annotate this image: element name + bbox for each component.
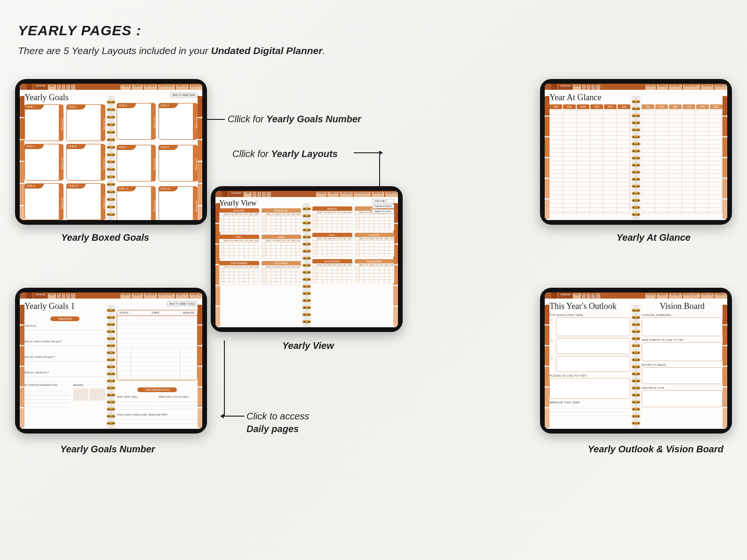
steps-table[interactable]: STATUS STEPS DEADLINE — [117, 310, 198, 380]
tab-projects[interactable]: PROJECTS — [715, 293, 727, 299]
tab-fitness[interactable]: FITNESS — [120, 293, 131, 299]
tab-fitness[interactable]: FITNESS — [316, 192, 327, 197]
tab-finance[interactable]: FINANCE — [132, 293, 143, 299]
goal-box-2[interactable] — [556, 338, 630, 354]
goal-box[interactable]: GOAL 12GO TO GOAL — [159, 186, 198, 220]
glance-month-header[interactable]: MAY — [604, 104, 617, 109]
tab-wellness[interactable]: WELLNESS — [669, 293, 682, 299]
tab-productivity[interactable]: PRODUCTIVITY — [683, 85, 700, 90]
tab-fitness[interactable]: FITNESS — [120, 85, 131, 90]
month-header[interactable]: DECEMBER — [355, 259, 395, 263]
tab-productivity[interactable]: PRODUCTIVITY — [158, 293, 175, 299]
reward-box[interactable] — [90, 388, 105, 401]
glance-month-header[interactable]: JAN — [549, 104, 562, 109]
places-box[interactable] — [549, 378, 630, 399]
home-icon[interactable] — [26, 292, 32, 299]
mini-month[interactable]: MAYMONTUEWEDTHUFRISATSUN — [219, 235, 259, 259]
looking-box[interactable] — [642, 317, 723, 336]
goal-box[interactable]: GOAL 2GO TO GOAL — [66, 104, 105, 141]
tab-q3[interactable]: 3 — [262, 192, 266, 197]
mini-month[interactable]: JANUARYMONTUEWEDTHUFRISATSUN — [219, 208, 259, 232]
go-to-goal-tab[interactable]: GO TO GOAL — [193, 145, 198, 181]
tab-productivity[interactable]: PRODUCTIVITY — [158, 85, 175, 90]
goal-box[interactable]: GOAL 1GO TO GOAL — [24, 104, 64, 141]
books-box[interactable] — [642, 367, 723, 384]
tab-projects[interactable]: PROJECTS — [190, 293, 202, 299]
tab-q4[interactable]: 4 — [71, 293, 75, 299]
month-header[interactable]: OCTOBER — [262, 261, 302, 265]
tab-q1[interactable]: 1 — [57, 85, 61, 90]
month-header[interactable]: JULY — [312, 233, 352, 237]
home-icon[interactable] — [551, 292, 557, 299]
tab-q3[interactable]: 3 — [591, 85, 595, 90]
top-tabs[interactable]: CALENDAR YEAR 1 2 3 4 FITNESS FINANCE WE… — [20, 84, 202, 90]
tab-wellness[interactable]: WELLNESS — [340, 192, 353, 197]
mini-month[interactable]: AUGUSTMONTUEWEDTHUFRISATSUN — [355, 233, 395, 257]
go-to-goal-tab[interactable]: GO TO GOAL — [193, 103, 198, 140]
glance-month-header[interactable]: NOV — [696, 104, 709, 109]
tab-q3[interactable]: 3 — [66, 293, 70, 299]
tab-projects[interactable]: PROJECTS — [715, 85, 727, 90]
tab-calendar[interactable]: CALENDAR — [34, 293, 47, 299]
go-to-goal-tab[interactable]: GO TO GOAL — [101, 183, 105, 220]
goal-box[interactable]: GOAL 7GO TO GOAL — [117, 145, 156, 181]
glance-month-header[interactable]: FEB — [563, 104, 576, 109]
month-header[interactable]: AUGUST — [355, 233, 395, 237]
glance-month-header[interactable]: SEP — [669, 104, 682, 109]
tab-wellness[interactable]: WELLNESS — [144, 293, 157, 299]
tab-calendar[interactable]: CALENDAR — [230, 192, 243, 197]
go-to-goal-tab[interactable]: GO TO GOAL — [193, 186, 198, 220]
goal-box[interactable]: GOAL 3GO TO GOAL — [117, 103, 156, 140]
tab-q1[interactable]: 1 — [253, 192, 256, 197]
mini-month[interactable]: JUNEMONTUEWEDTHUFRISATSUN — [262, 235, 302, 259]
go-to-goal-tab[interactable]: GO TO GOAL — [151, 145, 156, 181]
tab-q4[interactable]: 4 — [71, 85, 75, 90]
tab-q2[interactable]: 2 — [62, 85, 65, 90]
mini-month[interactable]: SEPTEMBERMONTUEWEDTHUFRISATSUN — [219, 261, 259, 285]
tab-fitness[interactable]: FITNESS — [645, 293, 656, 299]
tab-q3[interactable]: 3 — [66, 85, 70, 90]
goal-box[interactable]: GOAL 8GO TO GOAL — [159, 145, 198, 181]
improve-lines[interactable] — [549, 405, 630, 417]
go-to-goal-tab[interactable]: GO TO GOAL — [151, 103, 156, 140]
go-to-goal-tab[interactable]: GO TO GOAL — [101, 104, 105, 141]
goal-box-3[interactable] — [556, 356, 630, 372]
goal-box-1[interactable] — [556, 317, 630, 336]
mini-month[interactable]: JULYMONTUEWEDTHUFRISATSUN — [312, 233, 352, 257]
goal-box[interactable]: GOAL 5GO TO GOAL — [24, 144, 64, 181]
go-to-goal-tab[interactable]: GO TO GOAL — [59, 144, 64, 181]
tab-q4[interactable]: 4 — [596, 85, 600, 90]
tab-wellness[interactable]: WELLNESS — [669, 85, 682, 90]
tab-q4[interactable]: 4 — [596, 293, 600, 299]
tab-fitness[interactable]: FITNESS — [645, 85, 656, 90]
tab-lifestyle[interactable]: LIFESTYLE — [701, 85, 714, 90]
month-header[interactable]: MARCH — [312, 206, 352, 211]
mini-month[interactable]: OCTOBERMONTUEWEDTHUFRISATSUN — [262, 261, 302, 285]
tab-wellness[interactable]: WELLNESS — [144, 85, 157, 90]
glance-month-header[interactable]: DEC — [710, 104, 723, 109]
tab-year[interactable]: YEAR — [244, 192, 252, 197]
goal-box[interactable]: GOAL 4GO TO GOAL — [159, 103, 198, 140]
grateful-box[interactable] — [642, 390, 723, 407]
tab-calendar[interactable]: CALENDAR — [559, 85, 572, 90]
tab-projects[interactable]: PROJECTS — [190, 85, 202, 90]
mini-month[interactable]: DECEMBERMONTUEWEDTHUFRISATSUN — [355, 259, 395, 283]
tab-productivity[interactable]: PRODUCTIVITY — [683, 293, 700, 299]
top-tabs[interactable]: CALENDAR YEAR 1 2 3 4 FITNESS FINANCE WE… — [545, 292, 727, 299]
go-to-goal-tab[interactable]: GO TO GOAL — [101, 144, 105, 181]
habits-box[interactable] — [642, 342, 723, 361]
tab-q2[interactable]: 2 — [587, 293, 590, 299]
nav-year-glance[interactable]: YEAR AT A GLANCE — [372, 204, 394, 208]
tab-year[interactable]: YEAR — [48, 85, 56, 90]
mini-month[interactable]: NOVEMBERMONTUEWEDTHUFRISATSUN — [312, 259, 352, 283]
tab-finance[interactable]: FINANCE — [657, 293, 668, 299]
home-icon[interactable] — [551, 84, 557, 90]
month-header[interactable]: NOVEMBER — [312, 259, 352, 263]
back-to-goals-button[interactable]: BACK TO YEARLY GOALS — [167, 301, 198, 306]
month-header[interactable]: FEBRUARY — [262, 208, 302, 213]
glance-lines[interactable] — [642, 110, 723, 213]
month-header[interactable]: JANUARY — [219, 208, 259, 213]
glance-month-header[interactable]: JUN — [618, 104, 630, 109]
glance-month-header[interactable]: APR — [590, 104, 603, 109]
tab-q1[interactable]: 1 — [57, 293, 61, 299]
